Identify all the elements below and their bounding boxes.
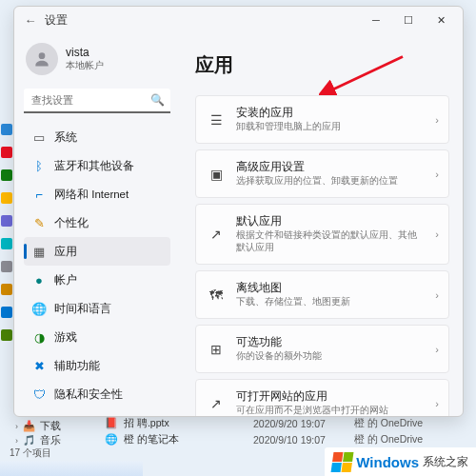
quick-item[interactable]: › 🎵 音乐 — [15, 433, 61, 447]
close-button[interactable]: ✕ — [425, 7, 457, 33]
chevron-right-icon: › — [435, 169, 439, 180]
card-optional[interactable]: ⊞ 可选功能 你的设备的额外功能 › — [195, 325, 449, 373]
sidebar-item-gaming[interactable]: ◑ 游戏 — [24, 323, 170, 351]
back-button[interactable]: ← — [20, 13, 41, 28]
main-panel: 应用 ☰ 安装的应用 卸载和管理电脑上的应用 ›▣ 高级应用设置 选择获取应用的… — [178, 33, 463, 416]
svg-point-0 — [39, 52, 46, 59]
sidebar-item-label: 游戏 — [54, 330, 77, 345]
card-sub: 你的设备的额外功能 — [236, 350, 424, 363]
card-installed[interactable]: ☰ 安装的应用 卸载和管理电脑上的应用 › — [195, 95, 449, 144]
defaults-icon: ↗ — [208, 226, 225, 243]
sidebar-item-label: 网络和 Internet — [54, 188, 129, 202]
update-icon: ⟳ — [31, 415, 47, 416]
minimize-button[interactable]: ─ — [360, 7, 392, 33]
advanced-icon: ▣ — [208, 166, 225, 183]
card-sub: 卸载和管理电脑上的应用 — [236, 121, 424, 133]
sidebar-item-label: 个性化 — [54, 216, 89, 230]
user-name: vista — [66, 46, 104, 59]
card-maps[interactable]: 🗺 离线地图 下载、存储位置、地图更新 › — [195, 270, 449, 319]
file-row[interactable]: 📕 招 聘.pptx 2020/9/20 19:07 橙 的 OneDrive — [105, 415, 476, 431]
sidebar-item-label: 时间和语言 — [54, 302, 111, 316]
card-sub: 选择获取应用的位置、卸载更新的位置 — [236, 175, 424, 188]
sidebar-item-label: 蓝牙和其他设备 — [54, 159, 134, 173]
card-title: 默认应用 — [236, 214, 424, 228]
card-sub: 下载、存储位置、地图更新 — [236, 296, 424, 308]
chevron-right-icon: › — [435, 289, 439, 301]
card-title: 可选功能 — [236, 335, 424, 349]
card-advanced[interactable]: ▣ 高级应用设置 选择获取应用的位置、卸载更新的位置 › — [195, 149, 449, 198]
sidebar-item-system[interactable]: ▭ 系统 — [24, 123, 170, 151]
titlebar: ← 设置 ─ ☐ ✕ — [14, 7, 463, 33]
file-row[interactable]: 🌐 橙 的笔记本 2020/9/10 19:07 橙 的 OneDrive — [105, 431, 476, 447]
user-block[interactable]: vista 本地帐户 — [24, 39, 170, 85]
user-sub: 本地帐户 — [66, 59, 104, 72]
chevron-right-icon: › — [15, 422, 18, 431]
network-icon: ⌐ — [31, 187, 47, 202]
file-icon: 🌐 — [105, 433, 118, 446]
websites-icon: ↗ — [208, 395, 225, 412]
optional-icon: ⊞ — [208, 341, 225, 358]
watermark: Windows 系统之家 — [325, 447, 476, 476]
privacy-icon: 🛡 — [31, 387, 47, 402]
accessibility-icon: ✖ — [31, 358, 47, 373]
maximize-button[interactable]: ☐ — [392, 7, 425, 33]
windows-logo-icon — [331, 452, 354, 472]
card-title: 高级应用设置 — [236, 160, 424, 174]
bluetooth-icon: ᛒ — [31, 158, 47, 173]
avatar — [26, 43, 58, 75]
card-sub: 根据文件和链接种类设置的默认应用、其他默认应用 — [236, 229, 424, 254]
sidebar-item-accounts[interactable]: ● 帐户 — [24, 266, 170, 294]
quick-item[interactable]: › 📥 下载 — [15, 419, 61, 433]
chevron-right-icon: › — [435, 228, 439, 240]
chevron-right-icon: › — [435, 114, 439, 126]
search-input[interactable] — [24, 89, 170, 113]
personalization-icon: ✎ — [31, 215, 47, 230]
system-icon: ▭ — [31, 129, 47, 145]
sidebar-item-label: 帐户 — [54, 273, 77, 288]
search-box[interactable]: 🔍 — [24, 89, 170, 113]
time-icon: 🌐 — [31, 301, 47, 316]
page-title: 应用 — [195, 52, 449, 78]
sidebar-item-accessibility[interactable]: ✖ 辅助功能 — [24, 351, 170, 380]
settings-window: ← 设置 ─ ☐ ✕ vista 本地帐户 🔍 ▭ 系统ᛒ 蓝牙和其他设备⌐ — [13, 6, 464, 417]
sidebar-item-bluetooth[interactable]: ᛒ 蓝牙和其他设备 — [24, 151, 170, 180]
card-title: 离线地图 — [236, 281, 424, 295]
installed-icon: ☰ — [208, 111, 225, 129]
gaming-icon: ◑ — [31, 329, 47, 345]
file-icon: 📕 — [105, 417, 118, 429]
accounts-icon: ● — [31, 272, 47, 288]
desktop-icon-strip — [0, 124, 13, 341]
chevron-right-icon: › — [15, 436, 18, 446]
taskbar — [0, 461, 143, 476]
sidebar-item-label: 系统 — [54, 130, 77, 145]
explorer-rows: 📕 招 聘.pptx 2020/9/20 19:07 橙 的 OneDrive🌐… — [105, 415, 476, 447]
card-websites[interactable]: ↗ 可打开网站的应用 可在应用而不是浏览器中打开的网站 › — [195, 379, 449, 416]
apps-icon: ▦ — [31, 244, 47, 259]
sidebar-item-label: 应用 — [54, 245, 77, 259]
chevron-right-icon: › — [435, 344, 439, 355]
sidebar-item-personalization[interactable]: ✎ 个性化 — [24, 208, 170, 237]
folder-icon: 📥 — [23, 420, 35, 432]
explorer-quick-access: › 📥 下载› 🎵 音乐 — [15, 419, 61, 447]
sidebar-item-apps[interactable]: ▦ 应用 — [24, 237, 170, 266]
card-title: 可打开网站的应用 — [236, 389, 424, 404]
sidebar-item-network[interactable]: ⌐ 网络和 Internet — [24, 180, 170, 208]
sidebar-item-label: 辅助功能 — [54, 359, 100, 373]
sidebar-item-label: 隐私和安全性 — [54, 387, 123, 402]
explorer-status: 17 个项目 — [10, 446, 51, 460]
sidebar-item-time[interactable]: 🌐 时间和语言 — [24, 294, 170, 323]
maps-icon: 🗺 — [208, 287, 225, 304]
folder-icon: 🎵 — [23, 434, 35, 446]
chevron-right-icon: › — [435, 398, 439, 409]
search-icon: 🔍 — [150, 93, 165, 107]
sidebar-item-privacy[interactable]: 🛡 隐私和安全性 — [24, 380, 170, 408]
card-defaults[interactable]: ↗ 默认应用 根据文件和链接种类设置的默认应用、其他默认应用 › — [195, 204, 449, 265]
card-title: 安装的应用 — [236, 106, 424, 120]
window-title: 设置 — [45, 12, 68, 29]
sidebar: vista 本地帐户 🔍 ▭ 系统ᛒ 蓝牙和其他设备⌐ 网络和 Internet… — [14, 33, 178, 416]
